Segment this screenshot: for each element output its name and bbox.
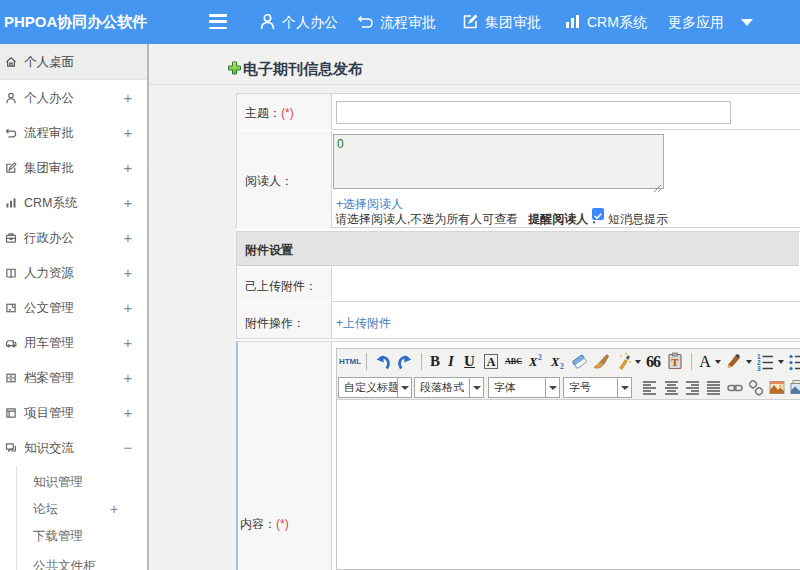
svg-text:A: A (487, 355, 496, 369)
svg-text:T: T (671, 356, 679, 368)
svg-text:2: 2 (538, 353, 542, 362)
svg-text:X: X (528, 355, 538, 369)
svg-text:3: 3 (757, 365, 761, 372)
svg-text:X: X (550, 355, 560, 369)
svg-text:2: 2 (560, 362, 564, 371)
